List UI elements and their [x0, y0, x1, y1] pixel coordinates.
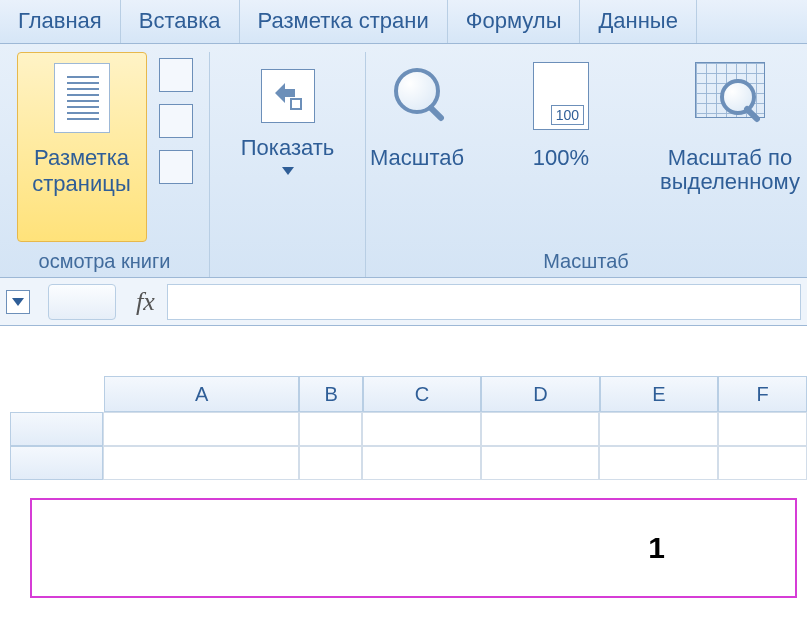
- cell[interactable]: [103, 412, 299, 446]
- col-header-C[interactable]: C: [363, 376, 481, 412]
- col-header-D[interactable]: D: [481, 376, 599, 412]
- tab-pagelayout[interactable]: Разметка страни: [240, 0, 448, 43]
- cell[interactable]: [362, 446, 481, 480]
- col-header-B[interactable]: B: [299, 376, 362, 412]
- zoom-100-label: 100%: [533, 146, 589, 170]
- formula-bar: fx: [0, 278, 807, 326]
- ribbon: Разметка страницы осмотра книги Показать…: [0, 44, 807, 278]
- tab-insert[interactable]: Вставка: [121, 0, 240, 43]
- col-header-E[interactable]: E: [600, 376, 718, 412]
- zoom-selection-label: Масштаб по выделенному: [660, 146, 800, 194]
- cell[interactable]: [299, 446, 362, 480]
- col-header-F[interactable]: F: [718, 376, 807, 412]
- page-layout-icon: [54, 63, 110, 133]
- view-small-1-icon[interactable]: [159, 58, 193, 92]
- cell[interactable]: [718, 412, 807, 446]
- grid-zoom-icon: [695, 62, 765, 118]
- zoom-label: Масштаб: [370, 146, 464, 170]
- magnifier-icon: [394, 68, 440, 114]
- cell[interactable]: [103, 446, 299, 480]
- column-headers: A B C D E F: [104, 376, 807, 412]
- page-header-section[interactable]: 1: [30, 498, 797, 598]
- col-header-A[interactable]: A: [104, 376, 299, 412]
- menu-tabs: Главная Вставка Разметка страни Формулы …: [0, 0, 807, 44]
- cell[interactable]: [599, 412, 718, 446]
- svg-rect-0: [291, 99, 301, 109]
- chevron-down-icon: [282, 167, 294, 175]
- tab-home[interactable]: Главная: [0, 0, 121, 43]
- view-small-3-icon[interactable]: [159, 150, 193, 184]
- cell[interactable]: [599, 446, 718, 480]
- cell[interactable]: [481, 412, 600, 446]
- formula-input[interactable]: [167, 284, 801, 320]
- tab-formulas[interactable]: Формулы: [448, 0, 581, 43]
- page-number: 1: [648, 531, 665, 565]
- row-header[interactable]: [10, 412, 103, 446]
- cell[interactable]: [362, 412, 481, 446]
- zoom-button[interactable]: Масштаб: [357, 62, 477, 194]
- cell[interactable]: [481, 446, 600, 480]
- cell[interactable]: [299, 412, 362, 446]
- group-zoom: Масштаб 100% Масштаб по выделенному Масш…: [366, 52, 806, 277]
- show-label: Показать: [241, 135, 335, 161]
- doc-100-icon: [533, 62, 589, 130]
- page-layout-view-label: Разметка страницы: [32, 145, 130, 198]
- name-box-dropdown[interactable]: [6, 290, 30, 314]
- group-workbook-views: Разметка страницы осмотра книги: [0, 52, 210, 277]
- show-icon: [261, 69, 315, 123]
- table-row: [10, 446, 807, 480]
- worksheet-area: A B C D E F 1: [0, 326, 807, 598]
- group-show: Показать: [210, 52, 366, 277]
- group-label-views: осмотра книги: [39, 250, 171, 273]
- tab-data[interactable]: Данные: [580, 0, 696, 43]
- cell[interactable]: [718, 446, 807, 480]
- row-header[interactable]: [10, 446, 103, 480]
- chevron-down-icon: [12, 298, 24, 306]
- zoom-100-button[interactable]: 100%: [501, 62, 621, 194]
- page-layout-view-button[interactable]: Разметка страницы: [17, 52, 147, 242]
- table-row: [10, 412, 807, 446]
- show-dropdown[interactable]: Показать: [228, 62, 348, 182]
- insert-function-button[interactable]: [48, 284, 116, 320]
- view-small-2-icon[interactable]: [159, 104, 193, 138]
- fx-label: fx: [136, 287, 155, 317]
- zoom-to-selection-button[interactable]: Масштаб по выделенному: [645, 62, 807, 194]
- group-label-zoom: Масштаб: [543, 250, 629, 273]
